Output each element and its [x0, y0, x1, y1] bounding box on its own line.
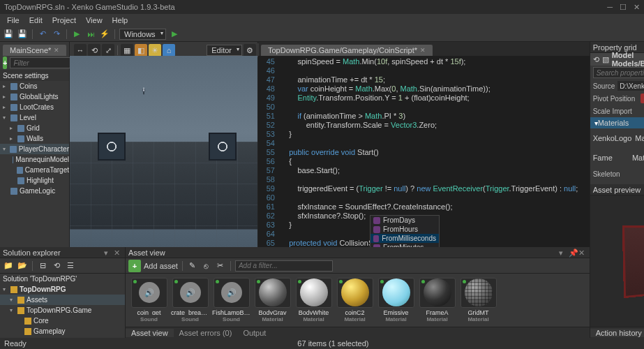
source-field[interactable]: D:\Xenko\..\Models\XenkoCrate.fbx [617, 81, 644, 91]
close-icon[interactable]: ✕ [634, 3, 640, 12]
light-icon[interactable]: ☀ [149, 44, 161, 57]
scene-item-lootcrates[interactable]: ▸LootCrates [0, 102, 69, 112]
add-asset-button[interactable]: + [128, 260, 141, 272]
step-icon[interactable]: ⏭ [85, 29, 96, 40]
asset-bodygray[interactable]: BodyGrayMaterial [253, 278, 292, 322]
editor-mode-dropdown[interactable]: Editor [207, 45, 242, 56]
solution-root[interactable]: Solution 'TopDownRPG' [0, 274, 125, 284]
scene-item-globallights[interactable]: ▸GlobalLights [0, 91, 69, 102]
sync-icon[interactable]: ⟲ [51, 260, 62, 272]
material-field[interactable]: Materials/MainD [635, 134, 644, 142]
scene-item-level[interactable]: ▾Level [0, 112, 69, 123]
material-row: XenkoLogoMaterials/MainD✋ [590, 128, 644, 148]
scene-item-mannequinmodel[interactable]: MannequinModel [0, 154, 69, 165]
materials-section[interactable]: ▾ Materials [590, 117, 644, 128]
show-all-icon[interactable]: ☰ [65, 260, 76, 272]
asset-fishlampby-ulrick-bensusal-es[interactable]: 🔊FishLampBy Ulrick-bensuSal.esSound [212, 278, 250, 322]
intellisense-item[interactable]: FromMilliseconds [370, 234, 439, 243]
tab-coin-script[interactable]: TopDownRPG.Game/Gameplay/CoinScript*✕ [261, 45, 433, 56]
scene-item-coins[interactable]: ▸Coins [0, 81, 69, 91]
new-folder-icon[interactable]: 📁 [3, 260, 14, 272]
soln-item-gameplay[interactable]: Gameplay [0, 326, 125, 336]
asset-coinc2[interactable]: coinC2Material [336, 278, 374, 322]
panel-pin-icon[interactable]: 📌 [569, 248, 577, 257]
scene-viewport[interactable] [70, 56, 257, 247]
tab-asset-view[interactable]: Asset view [126, 329, 174, 337]
minimize-icon[interactable]: ─ [607, 3, 613, 12]
player-character[interactable] [140, 87, 188, 185]
play-icon[interactable]: ▶ [71, 29, 82, 40]
menu-project[interactable]: Project [48, 15, 80, 26]
add-entity-button[interactable]: + [3, 57, 7, 69]
soln-item-core[interactable]: Core [0, 315, 125, 326]
asset-bodywhite[interactable]: BodyWhiteMaterial [294, 278, 333, 322]
svg-point-0 [143, 88, 144, 89]
close-tab-icon[interactable]: ✕ [420, 47, 426, 54]
asset-emissive[interactable]: EmissiveMaterial [377, 278, 415, 322]
save-all-icon[interactable]: 💾 [17, 29, 28, 40]
asset-preview-viewport[interactable] [590, 195, 644, 327]
soln-item-assets[interactable]: ▾Assets [0, 295, 125, 305]
tab-asset-errors[interactable]: Asset errors (0) [174, 329, 238, 337]
tab-action-history[interactable]: Action history [590, 329, 644, 337]
axis-x-button[interactable]: X [641, 94, 644, 103]
menu-edit[interactable]: Edit [25, 15, 47, 26]
scene-item-gamelogic[interactable]: GameLogic [0, 186, 69, 196]
crate-entity[interactable] [98, 133, 126, 161]
scene-item-highlight[interactable]: Highlight [0, 175, 69, 186]
vp-gear-icon[interactable]: ⚙ [244, 44, 256, 57]
open-folder-icon[interactable]: 📂 [17, 260, 28, 272]
asset-crate_breaking[interactable]: 🔊crate_breakingSound [171, 278, 209, 322]
material-field[interactable]: Materials/FrameA [632, 154, 644, 162]
translate-gizmo-icon[interactable]: ↔ [74, 44, 87, 57]
asset-tool-icon[interactable]: ✂ [215, 260, 226, 272]
panel-menu-icon[interactable]: ▾ [559, 248, 567, 257]
property-search-input[interactable] [593, 67, 644, 78]
cube-icon[interactable]: ◧ [135, 44, 147, 57]
panel-close-icon[interactable]: ✕ [114, 248, 122, 257]
collapse-icon[interactable]: ⊟ [37, 260, 48, 272]
svg-point-3 [142, 89, 144, 91]
live-icon[interactable]: ⚡ [99, 29, 110, 40]
close-tab-icon[interactable]: ✕ [54, 47, 59, 54]
asset-gridmt[interactable]: GridMTMaterial [459, 278, 497, 322]
soln-item-topdownrpg-game[interactable]: ▾TopDownRPG.Game [0, 305, 125, 315]
snap-icon[interactable]: ▦ [121, 44, 133, 57]
scene-item-walls[interactable]: ▸Walls [0, 133, 69, 144]
camera-icon[interactable]: ⌂ [163, 44, 175, 57]
asset-filter-input[interactable] [235, 260, 333, 272]
maximize-icon[interactable]: ☐ [620, 3, 627, 12]
run-icon[interactable]: ▶ [169, 29, 180, 40]
soln-item-player[interactable]: Player [0, 336, 125, 338]
platform-dropdown[interactable]: Windows [119, 29, 166, 40]
intellisense-popup[interactable]: FromDaysFromHoursFromMillisecondsFromMin… [370, 215, 440, 247]
scene-item-grid[interactable]: ▸Grid [0, 123, 69, 133]
intellisense-item[interactable]: FromDays [370, 216, 439, 225]
code-editor[interactable]: 45 46 47 48 49 50 51 52 53 54 55 56 57 5… [258, 56, 590, 247]
panel-menu-icon[interactable]: ▾ [104, 248, 112, 257]
save-icon[interactable]: 💾 [3, 29, 14, 40]
asset-tool-icon[interactable]: ⎋ [201, 260, 212, 272]
tab-output[interactable]: Output [237, 329, 271, 337]
redo-icon[interactable]: ↷ [51, 29, 62, 40]
scene-settings[interactable]: Scene settings [0, 70, 69, 81]
panel-close-icon[interactable]: ✕ [578, 248, 587, 257]
asset-tool-icon[interactable]: ✎ [187, 260, 198, 272]
scale-gizmo-icon[interactable]: ⤢ [102, 44, 114, 57]
scene-item-cameratarget[interactable]: CameraTarget [0, 165, 69, 175]
menu-help[interactable]: Help [108, 15, 133, 26]
soln-item-topdownrpg[interactable]: ▾TopDownRPG [0, 284, 125, 295]
tab-main-scene[interactable]: MainScene*✕ [3, 45, 66, 56]
menu-file[interactable]: File [3, 15, 24, 26]
asset-framea[interactable]: FrameAMaterial [418, 278, 456, 322]
menu-view[interactable]: View [82, 15, 107, 26]
rotate-gizmo-icon[interactable]: ⟲ [88, 44, 100, 57]
undo-icon[interactable]: ↶ [37, 29, 48, 40]
asset-coin_get[interactable]: 🔊coin_getSound [130, 278, 168, 322]
scene-item-playercharacter[interactable]: ▾PlayerCharacter [0, 144, 69, 154]
intellisense-item[interactable]: FromHours [370, 225, 439, 234]
refresh-icon[interactable]: ⟲ [593, 55, 599, 64]
intellisense-item[interactable]: FromMinutes [370, 243, 439, 247]
crate-entity[interactable] [209, 133, 237, 161]
window-title: TopDownRPG.sln - Xenko GameStudio 1.9.3-… [4, 3, 175, 11]
